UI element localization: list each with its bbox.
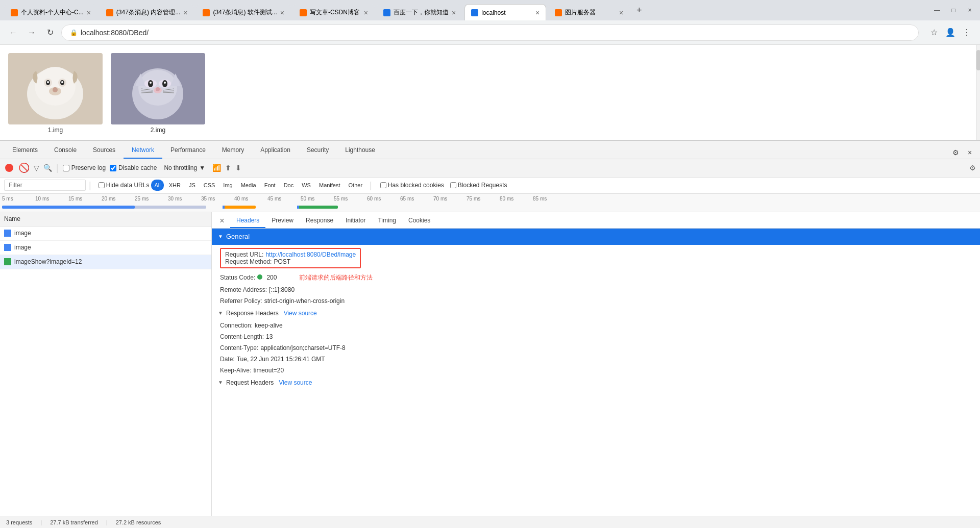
filter-input[interactable] bbox=[4, 180, 86, 191]
tab-3-close[interactable]: × bbox=[280, 9, 284, 17]
preserve-log-input[interactable] bbox=[63, 165, 69, 171]
request-method-value: POST bbox=[274, 258, 290, 265]
connection-row: Connection: keep-alive bbox=[212, 320, 980, 331]
filter-type-other[interactable]: Other bbox=[346, 180, 366, 191]
throttle-select[interactable]: No throttling ▼ bbox=[161, 163, 208, 172]
forward-button[interactable]: → bbox=[24, 26, 39, 40]
tab-3-title: (347条消息) 软件测试... bbox=[213, 8, 277, 17]
filter-type-img[interactable]: Img bbox=[220, 180, 235, 191]
tab-elements[interactable]: Elements bbox=[4, 142, 46, 159]
blocked-requests-checkbox[interactable]: Blocked Requests bbox=[450, 182, 507, 189]
disable-cache-checkbox[interactable]: Disable cache bbox=[110, 164, 157, 171]
filter-type-css[interactable]: CSS bbox=[201, 180, 218, 191]
timeline-label-55ms: 55 ms bbox=[334, 196, 367, 202]
tab-6-close[interactable]: × bbox=[535, 9, 540, 17]
image-2-label: 2.img bbox=[151, 127, 165, 134]
close-button[interactable]: × bbox=[964, 4, 976, 16]
request-view-source-link[interactable]: View source bbox=[279, 379, 312, 386]
address-bar: ← → ↻ 🔒 localhost:8080/DBed/ ☆ 👤 ⋮ bbox=[0, 20, 980, 45]
tab-2-close[interactable]: × bbox=[183, 9, 187, 17]
tab-performance[interactable]: Performance bbox=[162, 142, 214, 159]
filter-type-font[interactable]: Font bbox=[261, 180, 279, 191]
chevron-down-icon: ▼ bbox=[199, 164, 205, 171]
devtools-close-icon[interactable]: × bbox=[964, 146, 976, 159]
hide-data-urls-input[interactable] bbox=[99, 182, 105, 188]
tab-4[interactable]: 写文章-CSDN博客 × bbox=[293, 4, 375, 20]
filter-type-ws[interactable]: WS bbox=[299, 180, 314, 191]
has-blocked-cookies-checkbox[interactable]: Has blocked cookies bbox=[380, 182, 444, 189]
tab-application[interactable]: Application bbox=[252, 142, 299, 159]
new-tab-button[interactable]: + bbox=[632, 3, 646, 17]
tab-memory[interactable]: Memory bbox=[214, 142, 252, 159]
remote-address-row: Remote Address: [::1]:8080 bbox=[212, 284, 980, 295]
network-settings-icon[interactable]: ⚙ bbox=[969, 164, 976, 172]
filter-button[interactable]: ▽ bbox=[34, 164, 39, 172]
content-length-row: Content-Length: 13 bbox=[212, 331, 980, 342]
scrollbar-thumb[interactable] bbox=[976, 50, 980, 70]
tab-7-close[interactable]: × bbox=[619, 9, 623, 17]
tab-5[interactable]: 百度一下，你就知道 × bbox=[377, 4, 462, 20]
request-item-1[interactable]: image bbox=[0, 227, 211, 241]
tab-7[interactable]: 图片服务器 × bbox=[548, 4, 630, 20]
tab-1-close[interactable]: × bbox=[87, 9, 91, 17]
general-section-header[interactable]: ▼ General bbox=[212, 229, 980, 245]
devtools-icons: ⚙ × bbox=[949, 146, 976, 159]
tab-sources[interactable]: Sources bbox=[85, 142, 124, 159]
bookmark-button[interactable]: ☆ bbox=[927, 26, 941, 40]
filter-type-js[interactable]: JS bbox=[186, 180, 199, 191]
upload-icon[interactable]: ⬆ bbox=[225, 164, 231, 172]
details-close-button[interactable]: × bbox=[216, 214, 228, 228]
disable-cache-input[interactable] bbox=[110, 165, 116, 171]
address-input[interactable]: 🔒 localhost:8080/DBed/ bbox=[61, 24, 919, 41]
tab-5-close[interactable]: × bbox=[452, 9, 456, 17]
tab-network[interactable]: Network bbox=[124, 142, 162, 159]
tab-1[interactable]: 个人资料-个人中心-C... × bbox=[4, 4, 97, 20]
detail-tab-initiator[interactable]: Initiator bbox=[339, 214, 372, 228]
minimize-button[interactable]: — bbox=[931, 4, 943, 16]
tab-2-title: (347条消息) 内容管理... bbox=[116, 8, 180, 17]
filter-type-xhr[interactable]: XHR bbox=[166, 180, 184, 191]
detail-tab-cookies[interactable]: Cookies bbox=[402, 214, 436, 228]
image-1-label: 1.img bbox=[48, 127, 63, 134]
status-dot bbox=[257, 274, 262, 280]
tab-console[interactable]: Console bbox=[46, 142, 85, 159]
browser-frame: 个人资料-个人中心-C... × (347条消息) 内容管理... × (347… bbox=[0, 0, 980, 528]
browser-toolbar: ☆ 👤 ⋮ bbox=[927, 26, 974, 40]
detail-tab-response[interactable]: Response bbox=[300, 214, 339, 228]
tab-6[interactable]: localhost × bbox=[464, 4, 546, 20]
view-source-link[interactable]: View source bbox=[284, 310, 317, 317]
request-headers-section[interactable]: ▼ Request Headers View source bbox=[212, 376, 980, 389]
filter-type-media[interactable]: Media bbox=[238, 180, 259, 191]
profile-button[interactable]: 👤 bbox=[943, 26, 958, 40]
detail-tab-headers[interactable]: Headers bbox=[230, 214, 265, 228]
request-item-2[interactable]: image bbox=[0, 241, 211, 255]
menu-button[interactable]: ⋮ bbox=[960, 26, 974, 40]
search-button[interactable]: 🔍 bbox=[43, 164, 52, 172]
wifi-icon[interactable]: 📶 bbox=[212, 164, 221, 172]
record-button[interactable] bbox=[4, 163, 14, 173]
filter-type-doc[interactable]: Doc bbox=[281, 180, 297, 191]
page-scrollbar[interactable] bbox=[976, 45, 980, 140]
detail-tab-timing[interactable]: Timing bbox=[372, 214, 402, 228]
tab-4-close[interactable]: × bbox=[364, 9, 368, 17]
back-button[interactable]: ← bbox=[6, 26, 20, 40]
request-item-3[interactable]: imageShow?imageId=12 bbox=[0, 255, 211, 269]
response-headers-section[interactable]: ▼ Response Headers View source bbox=[212, 307, 980, 320]
hide-data-urls-checkbox[interactable]: Hide data URLs bbox=[99, 182, 150, 189]
detail-tab-preview[interactable]: Preview bbox=[265, 214, 300, 228]
tab-security[interactable]: Security bbox=[299, 142, 337, 159]
tab-3[interactable]: (347条消息) 软件测试... × bbox=[196, 4, 291, 20]
download-icon[interactable]: ⬇ bbox=[235, 164, 241, 172]
tab-lighthouse[interactable]: Lighthouse bbox=[337, 142, 383, 159]
tab-2[interactable]: (347条消息) 内容管理... × bbox=[100, 4, 194, 20]
maximize-button[interactable]: □ bbox=[947, 4, 960, 16]
filter-type-all[interactable]: All bbox=[151, 180, 163, 191]
reload-button[interactable]: ↻ bbox=[43, 26, 57, 40]
blocked-requests-input[interactable] bbox=[450, 182, 456, 188]
clear-button[interactable]: 🚫 bbox=[18, 162, 30, 173]
request-url-value: http://localhost:8080/DBed/image bbox=[265, 251, 356, 258]
filter-type-manifest[interactable]: Manifest bbox=[316, 180, 344, 191]
has-blocked-cookies-input[interactable] bbox=[380, 182, 386, 188]
devtools-settings-icon[interactable]: ⚙ bbox=[949, 146, 962, 159]
preserve-log-checkbox[interactable]: Preserve log bbox=[63, 164, 106, 171]
